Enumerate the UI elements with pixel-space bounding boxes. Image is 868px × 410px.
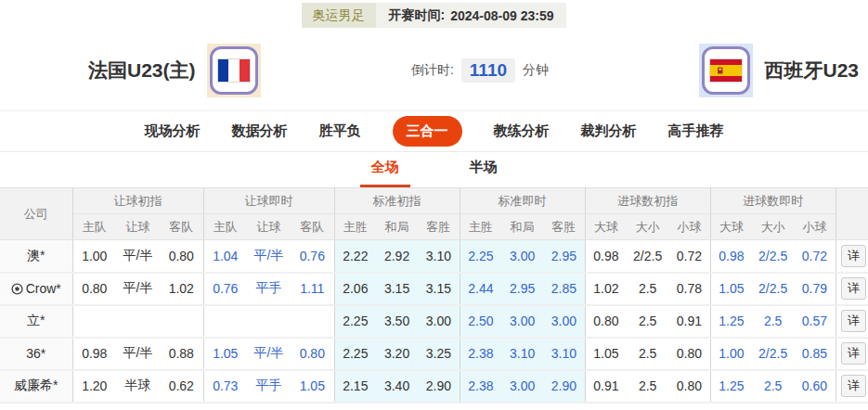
- odds-cell: 3.10: [501, 338, 543, 370]
- detail-button[interactable]: 详: [841, 342, 866, 365]
- odds-cell: [160, 305, 203, 338]
- group-header-2: 标准初指: [334, 188, 460, 214]
- nav-tab-5[interactable]: 裁判分析: [581, 122, 637, 140]
- sub-header-0-1: 让球: [116, 214, 160, 240]
- nav-tab-1[interactable]: 数据分析: [232, 122, 288, 140]
- odds-cell: 2.5: [627, 370, 668, 403]
- nav-tab-6[interactable]: 高手推荐: [668, 122, 724, 140]
- odds-cell: 1.00: [72, 240, 116, 273]
- odds-cell: 3.00: [501, 240, 543, 273]
- odds-cell: 0.57: [794, 305, 836, 338]
- odds-cell: 平/半: [116, 273, 160, 305]
- sub-header-5-2: 小球: [794, 214, 836, 240]
- odds-cell: 平/半: [247, 240, 291, 273]
- match-header: 法国U23(主) 倒计时: 1110 分钟: [0, 30, 868, 111]
- company-cell-1: Crow*: [0, 273, 72, 305]
- odds-cell: 2.90: [543, 370, 585, 403]
- odds-cell: 0.76: [203, 273, 247, 305]
- odds-cell: 2.25: [334, 338, 376, 370]
- odds-cell: 平手: [247, 273, 291, 305]
- sub-header-3-2: 客胜: [543, 214, 585, 240]
- nav-tab-2[interactable]: 胜平负: [319, 122, 361, 140]
- table-row: Crow*0.80平/半1.020.76平手1.112.063.153.152.…: [0, 273, 868, 305]
- odds-table-body: 澳*1.00平/半0.801.04平/半0.762.222.923.102.25…: [0, 240, 868, 403]
- nav-tab-4[interactable]: 教练分析: [494, 122, 550, 140]
- odds-cell: 2.95: [501, 273, 543, 305]
- countdown: 倒计时: 1110 分钟: [261, 58, 700, 83]
- odds-cell: 2.38: [460, 338, 501, 370]
- odds-cell: 2.95: [543, 240, 585, 273]
- odds-cell: 0.85: [794, 338, 836, 370]
- detail-button[interactable]: 详: [841, 245, 866, 267]
- sub-tab-0[interactable]: 全场: [360, 159, 410, 187]
- odds-cell: [72, 305, 116, 338]
- odds-cell: 0.78: [668, 273, 710, 305]
- detail-cell-2: 详: [836, 305, 868, 338]
- odds-cell: 0.79: [794, 273, 836, 305]
- odds-cell: [116, 305, 160, 338]
- company-column-header: 公司: [0, 188, 72, 240]
- detail-cell-3: 详: [836, 338, 868, 370]
- odds-cell: 2.92: [376, 240, 418, 273]
- sub-header-2-0: 主胜: [334, 214, 376, 240]
- nav-tab-3[interactable]: 三合一: [393, 116, 462, 147]
- sub-tabs: 全场半场: [0, 152, 868, 187]
- odds-cell: 1.05: [203, 338, 247, 370]
- kickoff-strip: 奥运男足 开赛时间: 2024-08-09 23:59: [0, 0, 868, 30]
- odds-cell: 3.40: [376, 370, 418, 403]
- company-cell-2: 立*: [0, 305, 72, 338]
- table-group-header-row: 公司 让球初指让球即时标准初指标准即时进球数初指进球数即时: [0, 188, 868, 214]
- detail-button[interactable]: 详: [841, 375, 866, 397]
- odds-cell: 3.15: [418, 273, 460, 305]
- league-badge: 奥运男足: [302, 3, 376, 28]
- sub-header-1-2: 客队: [291, 214, 334, 240]
- group-header-0: 让球初指: [72, 188, 203, 214]
- odds-cell: 平/半: [116, 240, 160, 273]
- france-flag-icon: [217, 58, 251, 83]
- nav-tabs: 现场分析数据分析胜平负三合一教练分析裁判分析高手推荐: [0, 111, 868, 152]
- odds-cell: [247, 305, 291, 338]
- odds-cell: 1.05: [710, 273, 752, 305]
- odds-cell: 3.25: [418, 338, 460, 370]
- detail-button[interactable]: 详: [841, 277, 866, 300]
- sub-header-4-1: 大小: [627, 214, 668, 240]
- company-cell-3: 36*: [0, 338, 72, 370]
- odds-cell: 1.02: [585, 273, 627, 305]
- away-team: 西班牙U23: [699, 44, 859, 97]
- odds-cell: 0.88: [160, 338, 203, 370]
- sub-header-2-1: 和局: [376, 214, 418, 240]
- odds-cell: [203, 305, 247, 338]
- company-cell-0: 澳*: [0, 240, 72, 273]
- odds-cell: 2.25: [334, 305, 376, 338]
- sub-tab-1[interactable]: 半场: [459, 159, 509, 187]
- table-sub-header-row: 主队让球客队主队让球客队主胜和局客胜主胜和局客胜大球大小小球大球大小小球: [0, 214, 868, 240]
- odds-cell: 平/半: [116, 338, 160, 370]
- odds-cell: 1.11: [291, 273, 334, 305]
- odds-cell: 平/半: [247, 338, 291, 370]
- odds-cell: 0.62: [160, 370, 203, 403]
- countdown-label: 倒计时:: [411, 62, 454, 79]
- odds-cell: 0.72: [668, 240, 710, 273]
- sub-header-0-2: 客队: [160, 214, 203, 240]
- sub-header-3-0: 主胜: [460, 214, 501, 240]
- odds-cell: 1.00: [710, 338, 752, 370]
- odds-cell: 0.72: [794, 240, 836, 273]
- sub-header-5-1: 大小: [752, 214, 794, 240]
- nav-tab-0[interactable]: 现场分析: [145, 122, 201, 140]
- odds-cell: 2.15: [334, 370, 376, 403]
- odds-cell: 半球: [116, 370, 160, 403]
- odds-cell: 2/2.5: [627, 240, 668, 273]
- group-header-1: 让球即时: [203, 188, 334, 214]
- detail-cell-1: 详: [836, 273, 868, 305]
- detail-button[interactable]: 详: [841, 310, 866, 332]
- odds-cell: 3.00: [501, 305, 543, 338]
- odds-cell: [291, 305, 334, 338]
- odds-cell: 平手: [247, 370, 291, 403]
- odds-cell: 2.5: [627, 273, 668, 305]
- company-cell-4: 威廉希*: [0, 370, 72, 403]
- odds-cell: 0.73: [203, 370, 247, 403]
- odds-cell: 2.25: [460, 240, 501, 273]
- odds-cell: 2/2.5: [752, 240, 794, 273]
- table-row: 36*0.98平/半0.881.05平/半0.802.253.203.252.3…: [0, 338, 868, 370]
- odds-cell: 1.04: [203, 240, 247, 273]
